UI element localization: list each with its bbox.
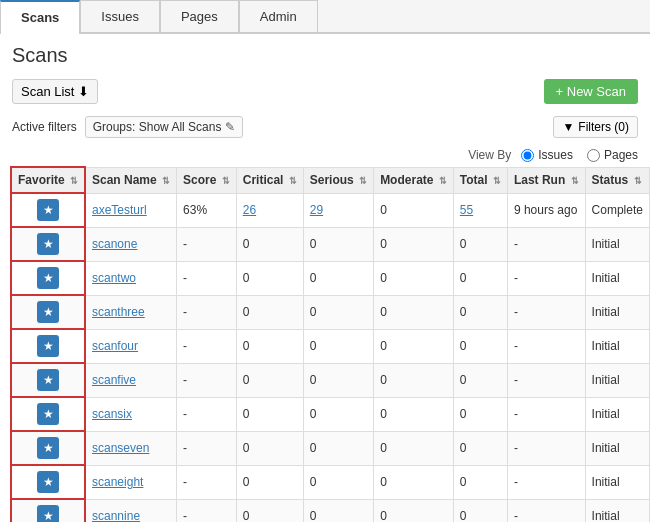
serious-link[interactable]: 29 [310, 203, 323, 217]
critical-cell: 0 [236, 261, 303, 295]
table-row: ★scanthree-0000-Initial✎🗑 [11, 295, 650, 329]
total-cell: 0 [453, 261, 507, 295]
col-score[interactable]: Score ⇅ [177, 167, 237, 193]
favorite-star-button[interactable]: ★ [37, 471, 59, 493]
favorite-cell: ★ [11, 499, 85, 522]
view-by-options: Issues Pages [521, 148, 638, 162]
moderate-cell: 0 [374, 329, 454, 363]
tab-admin[interactable]: Admin [239, 0, 318, 32]
last-run-cell: - [507, 431, 585, 465]
table-row: ★scannine-0000-Initial✎🗑 [11, 499, 650, 522]
tab-scans[interactable]: Scans [0, 0, 80, 34]
critical-link[interactable]: 26 [243, 203, 256, 217]
tab-issues[interactable]: Issues [80, 0, 160, 32]
scan-name-cell: scanthree [85, 295, 177, 329]
view-by-issues[interactable]: Issues [521, 148, 573, 162]
table-row: ★scanone-0000-Initial✎🗑 [11, 227, 650, 261]
moderate-cell: 0 [374, 193, 454, 227]
filter-tag-text: Groups: Show All Scans [93, 120, 222, 134]
status-cell: Initial [585, 431, 649, 465]
total-cell: 55 [453, 193, 507, 227]
scan-name-link[interactable]: axeTesturl [92, 203, 147, 217]
critical-cell: 0 [236, 295, 303, 329]
moderate-cell: 0 [374, 499, 454, 522]
critical-cell: 0 [236, 227, 303, 261]
score-cell: - [177, 329, 237, 363]
favorite-star-button[interactable]: ★ [37, 505, 59, 522]
col-total[interactable]: Total ⇅ [453, 167, 507, 193]
table-row: ★scanseven-0000-Initial✎🗑 [11, 431, 650, 465]
total-cell: 0 [453, 465, 507, 499]
table-row: ★scanfive-0000-Initial✎🗑 [11, 363, 650, 397]
favorite-star-button[interactable]: ★ [37, 267, 59, 289]
favorite-cell: ★ [11, 431, 85, 465]
total-cell: 0 [453, 363, 507, 397]
col-scan-name[interactable]: Scan Name ⇅ [85, 167, 177, 193]
new-scan-label: + New Scan [556, 84, 626, 99]
scan-list-label: Scan List [21, 84, 74, 99]
serious-cell: 0 [303, 431, 373, 465]
moderate-cell: 0 [374, 431, 454, 465]
scan-name-link[interactable]: scansix [92, 407, 132, 421]
score-cell: - [177, 465, 237, 499]
download-icon: ⬇ [78, 84, 89, 99]
status-cell: Complete [585, 193, 649, 227]
scan-name-link[interactable]: scanseven [92, 441, 149, 455]
filters-button[interactable]: ▼ Filters (0) [553, 116, 638, 138]
favorite-star-button[interactable]: ★ [37, 437, 59, 459]
status-cell: Initial [585, 499, 649, 522]
favorite-star-button[interactable]: ★ [37, 301, 59, 323]
status-cell: Initial [585, 397, 649, 431]
scan-name-link[interactable]: scaneight [92, 475, 143, 489]
scan-name-link[interactable]: scanfive [92, 373, 136, 387]
scan-name-link[interactable]: scannine [92, 509, 140, 522]
critical-cell: 26 [236, 193, 303, 227]
critical-cell: 0 [236, 465, 303, 499]
moderate-cell: 0 [374, 261, 454, 295]
col-last-run[interactable]: Last Run ⇅ [507, 167, 585, 193]
col-moderate[interactable]: Moderate ⇅ [374, 167, 454, 193]
total-link[interactable]: 55 [460, 203, 473, 217]
scan-name-link[interactable]: scanfour [92, 339, 138, 353]
scan-name-link[interactable]: scanthree [92, 305, 145, 319]
new-scan-button[interactable]: + New Scan [544, 79, 638, 104]
score-cell: - [177, 227, 237, 261]
score-cell: - [177, 499, 237, 522]
moderate-cell: 0 [374, 295, 454, 329]
status-cell: Initial [585, 261, 649, 295]
favorite-star-button[interactable]: ★ [37, 335, 59, 357]
active-filters-row: Active filters Groups: Show All Scans ✎ … [0, 112, 650, 146]
score-cell: - [177, 397, 237, 431]
filters-label: Filters (0) [578, 120, 629, 134]
filter-tag: Groups: Show All Scans ✎ [85, 116, 244, 138]
scan-name-link[interactable]: scanone [92, 237, 137, 251]
last-run-cell: - [507, 465, 585, 499]
scan-list-button[interactable]: Scan List ⬇ [12, 79, 98, 104]
favorite-cell: ★ [11, 261, 85, 295]
scan-name-cell: scanfour [85, 329, 177, 363]
scan-name-cell: scansix [85, 397, 177, 431]
scan-name-cell: scaneight [85, 465, 177, 499]
moderate-cell: 0 [374, 397, 454, 431]
col-critical[interactable]: Critical ⇅ [236, 167, 303, 193]
serious-cell: 0 [303, 295, 373, 329]
edit-icon[interactable]: ✎ [225, 120, 235, 134]
serious-cell: 29 [303, 193, 373, 227]
scan-name-link[interactable]: scantwo [92, 271, 136, 285]
favorite-star-button[interactable]: ★ [37, 369, 59, 391]
favorite-star-button[interactable]: ★ [37, 403, 59, 425]
col-favorite[interactable]: Favorite ⇅ [11, 167, 85, 193]
tab-pages[interactable]: Pages [160, 0, 239, 32]
total-cell: 0 [453, 295, 507, 329]
score-cell: - [177, 363, 237, 397]
col-serious[interactable]: Serious ⇅ [303, 167, 373, 193]
total-cell: 0 [453, 431, 507, 465]
view-by-pages[interactable]: Pages [587, 148, 638, 162]
favorite-star-button[interactable]: ★ [37, 233, 59, 255]
favorite-star-button[interactable]: ★ [37, 199, 59, 221]
last-run-cell: - [507, 397, 585, 431]
critical-cell: 0 [236, 397, 303, 431]
col-status[interactable]: Status ⇅ [585, 167, 649, 193]
last-run-cell: - [507, 329, 585, 363]
scan-name-cell: scanseven [85, 431, 177, 465]
